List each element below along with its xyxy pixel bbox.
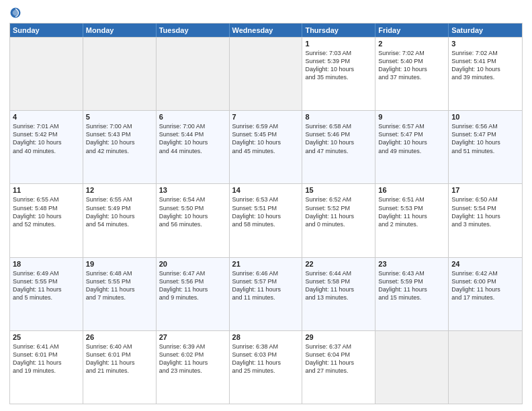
- day-info: Sunrise: 6:50 AM Sunset: 5:54 PM Dayligh…: [451, 195, 519, 228]
- day-info: Sunrise: 6:53 AM Sunset: 5:51 PM Dayligh…: [232, 195, 300, 228]
- calendar-row-1: 4Sunrise: 7:01 AM Sunset: 5:42 PM Daylig…: [10, 110, 522, 183]
- day-info: Sunrise: 6:48 AM Sunset: 5:55 PM Dayligh…: [86, 269, 153, 302]
- page: SundayMondayTuesdayWednesdayThursdayFrid…: [0, 0, 532, 411]
- calendar-cell-day-7: 7Sunrise: 6:59 AM Sunset: 5:45 PM Daylig…: [230, 111, 303, 183]
- day-info: Sunrise: 6:38 AM Sunset: 6:03 PM Dayligh…: [232, 342, 300, 375]
- day-number: 24: [451, 260, 519, 268]
- day-info: Sunrise: 6:44 AM Sunset: 5:58 PM Dayligh…: [305, 269, 372, 302]
- day-number: 6: [159, 113, 226, 121]
- day-number: 17: [451, 186, 519, 194]
- calendar-cell-day-26: 26Sunrise: 6:40 AM Sunset: 6:01 PM Dayli…: [83, 331, 157, 404]
- calendar-body: 1Sunrise: 7:03 AM Sunset: 5:39 PM Daylig…: [10, 37, 522, 404]
- day-info: Sunrise: 7:00 AM Sunset: 5:43 PM Dayligh…: [86, 122, 153, 155]
- day-info: Sunrise: 6:54 AM Sunset: 5:50 PM Dayligh…: [159, 195, 226, 228]
- day-info: Sunrise: 6:37 AM Sunset: 6:04 PM Dayligh…: [305, 342, 372, 375]
- day-number: 13: [159, 186, 226, 194]
- day-number: 22: [305, 260, 372, 268]
- day-number: 5: [86, 113, 153, 121]
- calendar-cell-empty: [10, 38, 83, 110]
- weekday-header-saturday: Saturday: [449, 24, 522, 37]
- day-number: 9: [378, 113, 445, 121]
- day-info: Sunrise: 6:55 AM Sunset: 5:49 PM Dayligh…: [86, 195, 153, 228]
- calendar-cell-day-3: 3Sunrise: 7:02 AM Sunset: 5:41 PM Daylig…: [449, 38, 522, 110]
- day-info: Sunrise: 6:47 AM Sunset: 5:56 PM Dayligh…: [159, 269, 226, 302]
- calendar-cell-day-1: 1Sunrise: 7:03 AM Sunset: 5:39 PM Daylig…: [302, 38, 375, 110]
- calendar-cell-day-2: 2Sunrise: 7:02 AM Sunset: 5:40 PM Daylig…: [375, 38, 449, 110]
- calendar-cell-day-17: 17Sunrise: 6:50 AM Sunset: 5:54 PM Dayli…: [449, 184, 522, 257]
- day-info: Sunrise: 6:43 AM Sunset: 5:59 PM Dayligh…: [378, 269, 445, 302]
- day-number: 23: [378, 260, 445, 268]
- day-number: 11: [13, 186, 80, 194]
- day-info: Sunrise: 7:03 AM Sunset: 5:39 PM Dayligh…: [305, 49, 372, 82]
- day-number: 29: [305, 333, 372, 341]
- day-number: 15: [305, 186, 372, 194]
- calendar-cell-day-23: 23Sunrise: 6:43 AM Sunset: 5:59 PM Dayli…: [375, 258, 449, 330]
- calendar-cell-day-12: 12Sunrise: 6:55 AM Sunset: 5:49 PM Dayli…: [83, 184, 157, 257]
- calendar-cell-day-18: 18Sunrise: 6:49 AM Sunset: 5:55 PM Dayli…: [10, 258, 83, 330]
- day-number: 26: [86, 333, 153, 341]
- calendar-cell-day-15: 15Sunrise: 6:52 AM Sunset: 5:52 PM Dayli…: [302, 184, 375, 257]
- day-info: Sunrise: 6:39 AM Sunset: 6:02 PM Dayligh…: [159, 342, 226, 375]
- day-info: Sunrise: 6:52 AM Sunset: 5:52 PM Dayligh…: [305, 195, 372, 228]
- weekday-header-sunday: Sunday: [10, 24, 83, 37]
- calendar-cell-day-10: 10Sunrise: 6:56 AM Sunset: 5:47 PM Dayli…: [449, 111, 522, 183]
- calendar-cell-day-5: 5Sunrise: 7:00 AM Sunset: 5:43 PM Daylig…: [83, 111, 157, 183]
- day-info: Sunrise: 6:55 AM Sunset: 5:48 PM Dayligh…: [13, 195, 80, 228]
- day-number: 7: [232, 113, 300, 121]
- day-number: 27: [159, 333, 226, 341]
- day-info: Sunrise: 6:59 AM Sunset: 5:45 PM Dayligh…: [232, 122, 300, 155]
- calendar-cell-empty: [375, 331, 449, 404]
- weekday-header-wednesday: Wednesday: [230, 24, 303, 37]
- logo: [9, 7, 23, 19]
- calendar-cell-day-6: 6Sunrise: 7:00 AM Sunset: 5:44 PM Daylig…: [157, 111, 230, 183]
- calendar-row-2: 11Sunrise: 6:55 AM Sunset: 5:48 PM Dayli…: [10, 183, 522, 257]
- calendar-cell-day-22: 22Sunrise: 6:44 AM Sunset: 5:58 PM Dayli…: [302, 258, 375, 330]
- calendar-cell-day-8: 8Sunrise: 6:58 AM Sunset: 5:46 PM Daylig…: [302, 111, 375, 183]
- day-number: 14: [232, 186, 300, 194]
- day-number: 1: [305, 40, 372, 48]
- day-number: 12: [86, 186, 153, 194]
- calendar-row-4: 25Sunrise: 6:41 AM Sunset: 6:01 PM Dayli…: [10, 330, 522, 404]
- logo-icon: [9, 7, 21, 19]
- calendar-cell-empty: [83, 38, 157, 110]
- calendar-cell-day-9: 9Sunrise: 6:57 AM Sunset: 5:47 PM Daylig…: [375, 111, 449, 183]
- calendar-cell-day-11: 11Sunrise: 6:55 AM Sunset: 5:48 PM Dayli…: [10, 184, 83, 257]
- day-number: 20: [159, 260, 226, 268]
- calendar-cell-empty: [230, 38, 303, 110]
- day-number: 16: [378, 186, 445, 194]
- weekday-header-thursday: Thursday: [302, 24, 375, 37]
- day-number: 3: [451, 40, 519, 48]
- calendar-cell-day-19: 19Sunrise: 6:48 AM Sunset: 5:55 PM Dayli…: [83, 258, 157, 330]
- calendar-cell-empty: [157, 38, 230, 110]
- day-number: 10: [451, 113, 519, 121]
- calendar-cell-day-13: 13Sunrise: 6:54 AM Sunset: 5:50 PM Dayli…: [157, 184, 230, 257]
- calendar-cell-day-14: 14Sunrise: 6:53 AM Sunset: 5:51 PM Dayli…: [230, 184, 303, 257]
- weekday-header-friday: Friday: [375, 24, 449, 37]
- weekday-header-monday: Monday: [83, 24, 157, 37]
- calendar-cell-day-16: 16Sunrise: 6:51 AM Sunset: 5:53 PM Dayli…: [375, 184, 449, 257]
- day-info: Sunrise: 7:02 AM Sunset: 5:40 PM Dayligh…: [378, 49, 445, 82]
- calendar-cell-day-4: 4Sunrise: 7:01 AM Sunset: 5:42 PM Daylig…: [10, 111, 83, 183]
- day-number: 4: [13, 113, 80, 121]
- weekday-header-tuesday: Tuesday: [157, 24, 230, 37]
- calendar-cell-empty: [449, 331, 522, 404]
- calendar-row-0: 1Sunrise: 7:03 AM Sunset: 5:39 PM Daylig…: [10, 37, 522, 110]
- day-number: 2: [378, 40, 445, 48]
- calendar-cell-day-27: 27Sunrise: 6:39 AM Sunset: 6:02 PM Dayli…: [157, 331, 230, 404]
- day-info: Sunrise: 6:40 AM Sunset: 6:01 PM Dayligh…: [86, 342, 153, 375]
- day-info: Sunrise: 6:57 AM Sunset: 5:47 PM Dayligh…: [378, 122, 445, 155]
- day-number: 18: [13, 260, 80, 268]
- calendar-header: SundayMondayTuesdayWednesdayThursdayFrid…: [10, 24, 522, 37]
- calendar-cell-day-21: 21Sunrise: 6:46 AM Sunset: 5:57 PM Dayli…: [230, 258, 303, 330]
- day-info: Sunrise: 6:56 AM Sunset: 5:47 PM Dayligh…: [451, 122, 519, 155]
- day-info: Sunrise: 7:01 AM Sunset: 5:42 PM Dayligh…: [13, 122, 80, 155]
- header: [9, 7, 523, 19]
- day-info: Sunrise: 6:51 AM Sunset: 5:53 PM Dayligh…: [378, 195, 445, 228]
- day-info: Sunrise: 6:49 AM Sunset: 5:55 PM Dayligh…: [13, 269, 80, 302]
- day-number: 8: [305, 113, 372, 121]
- day-number: 21: [232, 260, 300, 268]
- day-info: Sunrise: 6:41 AM Sunset: 6:01 PM Dayligh…: [13, 342, 80, 375]
- calendar-cell-day-28: 28Sunrise: 6:38 AM Sunset: 6:03 PM Dayli…: [230, 331, 303, 404]
- calendar-row-3: 18Sunrise: 6:49 AM Sunset: 5:55 PM Dayli…: [10, 257, 522, 330]
- day-info: Sunrise: 6:46 AM Sunset: 5:57 PM Dayligh…: [232, 269, 300, 302]
